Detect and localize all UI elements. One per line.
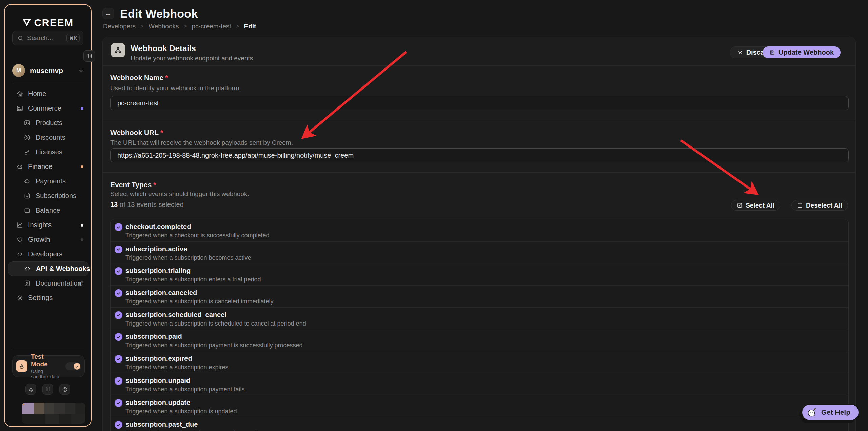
search-icon [17,35,24,41]
check-circle-icon [115,355,122,363]
search-shortcut-badge: ⌘K [66,34,80,42]
webhook-name-description: Used to identify your webhook in the pla… [110,84,241,92]
check-circle-icon [115,267,122,275]
creem-triangle-logo-icon [22,19,31,27]
notification-dot [81,224,83,227]
check-circle-icon [115,289,122,297]
external-link-icon [78,280,84,287]
checkbox-checked-icon [737,202,743,208]
sidebar-item-balance[interactable]: Balance [8,203,89,218]
breadcrumb-item-developers[interactable]: Developers [103,23,136,30]
event-row-subscription.active[interactable]: subscription.active Triggered when a sub… [111,241,848,263]
update-webhook-button[interactable]: Update Webhook [763,46,841,58]
event-description: Triggered when a subscription payment is… [125,342,848,349]
back-button[interactable]: ← [102,8,114,19]
blurred-thumbnail [22,403,85,424]
divider [12,82,84,82]
code-icon [24,265,31,272]
sidebar-item-home[interactable]: Home [8,86,89,101]
breadcrumb-separator: > [183,23,187,30]
search-box[interactable]: ⌘K [12,31,83,45]
avatar: M [12,64,25,77]
event-row-subscription.scheduled_cancel[interactable]: subscription.scheduled_cancel Triggered … [111,307,848,329]
event-row-subscription.paid[interactable]: subscription.paid Triggered when a subsc… [111,329,848,351]
check-circle-icon [115,421,122,429]
webhook-url-description: The URL that will receive the webhook pa… [110,139,293,146]
calendar-icon [24,192,31,199]
deselect-all-button[interactable]: Deselect All [791,200,848,211]
event-description: Triggered when a subscription is schedul… [125,320,848,327]
event-name: subscription.paid [125,333,848,340]
sidebar-item-developers[interactable]: Developers [8,247,89,261]
search-input[interactable] [27,34,63,42]
event-name: checkout.completed [125,223,848,231]
get-help-button[interactable]: Get Help [802,404,859,421]
event-row-subscription.past_due[interactable]: subscription.past_due Triggered when a s… [111,417,848,431]
brand-name: CREEM [34,17,74,28]
sidebar-item-payments[interactable]: Payments [8,174,89,189]
event-description: Triggered when a subscription becomes ac… [125,254,848,261]
sidebar-item-api-webhooks[interactable]: API & Webhooks [8,261,89,276]
event-row-subscription.unpaid[interactable]: subscription.unpaid Triggered when a sub… [111,373,848,395]
mascot-icon [806,407,818,418]
event-name: subscription.scheduled_cancel [125,311,848,319]
sidebar-item-subscriptions[interactable]: Subscriptions [8,189,89,203]
brand-logo: CREEM [5,17,91,28]
sidebar-item-finance[interactable]: Finance [8,159,89,174]
chart-icon [16,221,23,229]
webhook-name-input[interactable] [110,96,849,110]
event-row-subscription.update[interactable]: subscription.update Triggered when a sub… [111,395,848,417]
test-mode-title: Test Mode [31,353,62,368]
sidebar-item-insights[interactable]: Insights [8,218,89,232]
page-title: Edit Webhook [120,7,198,20]
test-mode-subtitle: Using sandbox data [31,369,62,379]
sidebar-item-products[interactable]: Products [8,116,89,130]
notification-dot [81,107,83,110]
events-selected-count: 13 of 13 events selected [110,201,184,209]
event-types-label: Event Types* [110,181,156,189]
sidebar-item-documentation[interactable]: Documentation [8,276,89,291]
event-row-subscription.canceled[interactable]: subscription.canceled Triggered when a s… [111,285,848,307]
breadcrumb-item-edit: Edit [244,23,256,30]
contact-book-icon [24,280,31,287]
check-circle-icon [115,311,122,319]
webhook-name-label: Webhook Name* [110,74,168,82]
bell-icon[interactable] [25,384,36,395]
test-mode-panel: Test Mode Using sandbox data [12,355,85,377]
sidebar-collapse-button[interactable] [83,50,95,62]
account-switcher[interactable]: M musemvp [12,63,84,78]
webhook-url-input[interactable] [110,148,849,162]
webhook-url-label: Webhook URL* [110,129,163,137]
breadcrumb-item-webhooks[interactable]: Webhooks [149,23,179,30]
event-row-subscription.trialing[interactable]: subscription.trialing Triggered when a s… [111,263,848,285]
select-all-button[interactable]: Select All [731,200,780,211]
event-row-subscription.expired[interactable]: subscription.expired Triggered when a su… [111,351,848,373]
sidebar-item-growth[interactable]: Growth [8,232,89,247]
wallet-icon [24,207,31,214]
test-mode-toggle[interactable] [65,362,81,370]
breadcrumb-item-pc-creem-test[interactable]: pc-creem-test [192,23,231,30]
event-description: Triggered when a subscription payment fa… [125,386,848,393]
sidebar-item-commerce[interactable]: Commerce [8,101,89,116]
event-name: subscription.expired [125,355,848,363]
sidebar-item-discounts[interactable]: Discounts [8,130,89,145]
card-header: Webhook Details Update your webhook endp… [111,43,847,60]
event-description: Triggered when a subscription expires [125,364,848,371]
divider [103,120,855,120]
piggy-bank-icon [16,163,23,170]
check-circle-icon [115,333,122,341]
event-name: subscription.past_due [125,420,848,428]
save-icon [769,50,775,55]
card-title: Webhook Details [131,44,196,53]
event-name: subscription.active [125,245,848,253]
gear-icon [16,294,23,301]
help-circle-icon[interactable] [59,384,70,395]
sidebar-item-licenses[interactable]: Licenses [8,145,89,159]
mosaic-dot [23,404,24,405]
open-book-icon[interactable] [42,384,53,395]
event-description: Triggered when a checkout is successfull… [125,232,848,239]
image-icon [16,105,23,112]
event-row-checkout.completed[interactable]: checkout.completed Triggered when a chec… [111,219,848,241]
sidebar: CREEM ⌘K M musemvp Home Commerce Product… [4,4,92,427]
sidebar-item-settings[interactable]: Settings [8,291,89,305]
